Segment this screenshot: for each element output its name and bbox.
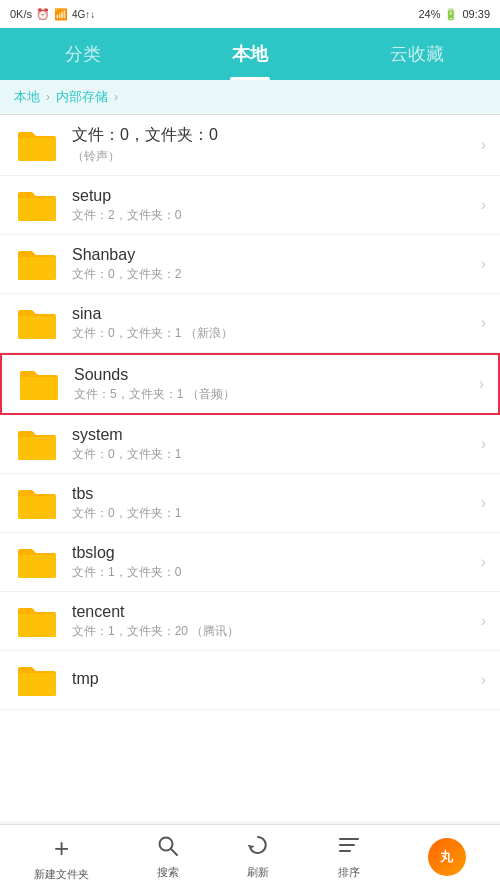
tab-yunshoucanng[interactable]: 云收藏: [333, 28, 500, 80]
list-item[interactable]: tencent 文件：1，文件夹：20 （腾讯） ›: [0, 592, 500, 651]
chevron-icon: ›: [481, 612, 486, 630]
file-name: 文件：0，文件夹：0: [72, 125, 473, 146]
sort-icon: [338, 834, 360, 862]
folder-icon: [14, 304, 60, 342]
folder-icon: [14, 186, 60, 224]
chevron-icon: ›: [481, 196, 486, 214]
status-left: 0K/s ⏰ 📶 4G↑↓: [10, 8, 95, 21]
clock: 09:39: [462, 8, 490, 20]
alarm-icon: ⏰: [36, 8, 50, 21]
file-info: 文件：0，文件夹：0 （铃声）: [60, 125, 473, 165]
tab-fenlei-label: 分类: [65, 42, 101, 66]
search-label: 搜索: [157, 865, 179, 880]
file-info: tbslog 文件：1，文件夹：0: [60, 544, 473, 581]
avatar-text: 丸: [440, 848, 453, 866]
file-info: tmp: [60, 670, 473, 690]
list-item[interactable]: tbs 文件：0，文件夹：1 ›: [0, 474, 500, 533]
search-button[interactable]: 搜索: [157, 835, 179, 880]
file-list: 文件：0，文件夹：0 （铃声） › setup 文件：2，文件夹：0 › Sha…: [0, 115, 500, 821]
avatar: 丸: [428, 838, 466, 876]
chevron-icon: ›: [481, 553, 486, 571]
file-meta: 文件：1，文件夹：20 （腾讯）: [72, 623, 473, 640]
refresh-icon: [247, 834, 269, 862]
file-name: tbs: [72, 485, 473, 503]
tab-bendi[interactable]: 本地: [167, 28, 334, 80]
file-meta: 文件：0，文件夹：1: [72, 505, 473, 522]
chevron-icon: ›: [479, 375, 484, 393]
file-info: setup 文件：2，文件夹：0: [60, 187, 473, 224]
folder-icon: [14, 484, 60, 522]
file-info: tencent 文件：1，文件夹：20 （腾讯）: [60, 603, 473, 640]
tab-fenlei[interactable]: 分类: [0, 28, 167, 80]
file-name: sina: [72, 305, 473, 323]
status-bar: 0K/s ⏰ 📶 4G↑↓ 24% 🔋 09:39: [0, 0, 500, 28]
file-meta: 文件：1，文件夹：0: [72, 564, 473, 581]
tab-yunshoucanng-label: 云收藏: [390, 42, 444, 66]
folder-icon: [14, 543, 60, 581]
file-info: system 文件：0，文件夹：1: [60, 426, 473, 463]
file-meta: （铃声）: [72, 148, 473, 165]
bottom-bar: + 新建文件夹 搜索 刷新 排序: [0, 824, 500, 889]
file-meta: 文件：5，文件夹：1 （音频）: [74, 386, 471, 403]
breadcrumb-sep-2: ›: [114, 90, 118, 104]
list-item[interactable]: system 文件：0，文件夹：1 ›: [0, 415, 500, 474]
file-meta: 文件：0，文件夹：1 （新浪）: [72, 325, 473, 342]
new-folder-label: 新建文件夹: [34, 867, 89, 882]
battery-icon: 🔋: [444, 8, 458, 21]
sort-button[interactable]: 排序: [338, 834, 360, 880]
file-meta: 文件：0，文件夹：1: [72, 446, 473, 463]
file-info: sina 文件：0，文件夹：1 （新浪）: [60, 305, 473, 342]
refresh-button[interactable]: 刷新: [247, 834, 269, 880]
plus-icon: +: [54, 833, 69, 864]
folder-icon: [14, 245, 60, 283]
chevron-icon: ›: [481, 671, 486, 689]
breadcrumb: 本地 › 内部存储 ›: [0, 80, 500, 115]
file-info: Sounds 文件：5，文件夹：1 （音频）: [62, 366, 471, 403]
svg-line-1: [171, 849, 177, 855]
breadcrumb-item-internal[interactable]: 内部存储: [56, 88, 108, 106]
file-name: Shanbay: [72, 246, 473, 264]
folder-icon: [14, 425, 60, 463]
file-name: tmp: [72, 670, 473, 688]
search-icon: [157, 835, 179, 862]
list-item[interactable]: tmp ›: [0, 651, 500, 710]
file-name: tencent: [72, 603, 473, 621]
new-folder-button[interactable]: + 新建文件夹: [34, 833, 89, 882]
list-item[interactable]: setup 文件：2，文件夹：0 ›: [0, 176, 500, 235]
folder-icon: [14, 602, 60, 640]
sort-label: 排序: [338, 865, 360, 880]
network-speed: 0K/s: [10, 8, 32, 20]
status-right: 24% 🔋 09:39: [418, 8, 490, 21]
breadcrumb-item-local[interactable]: 本地: [14, 88, 40, 106]
file-info: tbs 文件：0，文件夹：1: [60, 485, 473, 522]
list-item[interactable]: sina 文件：0，文件夹：1 （新浪） ›: [0, 294, 500, 353]
breadcrumb-sep-1: ›: [46, 90, 50, 104]
top-nav: 分类 本地 云收藏: [0, 28, 500, 80]
chevron-icon: ›: [481, 494, 486, 512]
list-item[interactable]: Shanbay 文件：0，文件夹：2 ›: [0, 235, 500, 294]
file-name: tbslog: [72, 544, 473, 562]
folder-icon: [14, 126, 60, 164]
signal-icon: 4G↑↓: [72, 9, 95, 20]
file-name: setup: [72, 187, 473, 205]
folder-icon: [14, 661, 60, 699]
chevron-icon: ›: [481, 435, 486, 453]
chevron-icon: ›: [481, 136, 486, 154]
battery-text: 24%: [418, 8, 440, 20]
file-name: Sounds: [74, 366, 471, 384]
refresh-label: 刷新: [247, 865, 269, 880]
avatar-button[interactable]: 丸: [428, 838, 466, 876]
list-item[interactable]: 文件：0，文件夹：0 （铃声） ›: [0, 115, 500, 176]
file-meta: 文件：0，文件夹：2: [72, 266, 473, 283]
list-item[interactable]: tbslog 文件：1，文件夹：0 ›: [0, 533, 500, 592]
file-meta: 文件：2，文件夹：0: [72, 207, 473, 224]
file-name: system: [72, 426, 473, 444]
chevron-icon: ›: [481, 314, 486, 332]
file-info: Shanbay 文件：0，文件夹：2: [60, 246, 473, 283]
list-item-sounds[interactable]: Sounds 文件：5，文件夹：1 （音频） ›: [0, 353, 500, 415]
chevron-icon: ›: [481, 255, 486, 273]
tab-bendi-label: 本地: [232, 42, 268, 66]
folder-icon: [16, 365, 62, 403]
wifi-icon: 📶: [54, 8, 68, 21]
